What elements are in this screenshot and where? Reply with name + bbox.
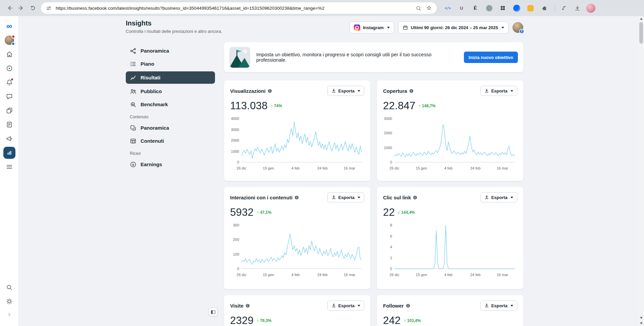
page-header-left: Insights Controlla i risultati delle pre… — [126, 19, 222, 34]
insights-icon-active[interactable] — [3, 146, 16, 159]
promote-icon[interactable] — [3, 132, 16, 145]
instagram-icon — [354, 24, 360, 31]
calendar-icon — [402, 25, 408, 30]
lens-icon[interactable] — [415, 4, 422, 12]
nav-label: Panoramica — [141, 48, 169, 54]
content-icon[interactable] — [3, 104, 16, 117]
scroll-up-arrow[interactable] — [638, 16, 644, 21]
plan-list-icon — [130, 61, 137, 67]
export-button[interactable]: Esporta — [480, 86, 517, 96]
goal-banner: Imposta un obiettivo, monitora i progres… — [224, 42, 523, 72]
blue-round-extension-icon[interactable] — [512, 4, 521, 12]
code-extension-icon[interactable]: </> — [443, 4, 452, 12]
card-interazioni: Interazioni con i contenuti Esporta — [224, 187, 370, 289]
info-icon[interactable] — [268, 89, 272, 93]
svg-text:4 feb: 4 feb — [444, 273, 452, 277]
info-icon[interactable] — [294, 195, 299, 200]
account-selector[interactable]: Instagram — [350, 21, 394, 34]
nav-item-pubblico[interactable]: Pubblico — [126, 86, 215, 97]
card-header: Visualizzazioni Esporta — [230, 86, 364, 96]
downloads-icon[interactable] — [573, 4, 582, 12]
site-settings-icon[interactable] — [45, 4, 52, 12]
nav-item-piano[interactable]: Piano — [126, 58, 215, 69]
meta-business-suite: ∞ — [0, 16, 644, 326]
nav-item-benchmark[interactable]: Benchmark — [126, 99, 215, 110]
browser-profile-avatar[interactable] — [586, 4, 595, 13]
u-extension-icon[interactable]: U — [457, 4, 466, 12]
e-extension-icon[interactable]: È — [471, 4, 480, 12]
scroll-down-arrow-inner[interactable] — [638, 315, 644, 321]
business-profile-avatar[interactable] — [3, 34, 16, 47]
card-title: Follower — [383, 303, 410, 309]
extensions-puzzle-icon[interactable] — [540, 4, 548, 12]
billing-icon[interactable] — [3, 118, 16, 131]
info-icon[interactable] — [406, 304, 410, 308]
card-header: Visite Esporta — [230, 301, 364, 311]
address-bar[interactable]: https://business.facebook.com/latest/ins… — [41, 2, 437, 14]
nav-label: Risultati — [141, 75, 160, 80]
scroll-down-arrow[interactable] — [638, 321, 644, 326]
export-button[interactable]: Esporta — [327, 192, 364, 202]
url-text[interactable]: https://business.facebook.com/latest/ins… — [56, 6, 411, 11]
nav-item-earnings[interactable]: $ Earnings — [126, 159, 215, 170]
svg-text:3000: 3000 — [384, 117, 392, 121]
nav-item-contenuto-panoramica[interactable]: Panoramica — [126, 122, 215, 133]
meta-logo[interactable]: ∞ — [3, 19, 16, 33]
forward-button[interactable] — [15, 2, 27, 14]
export-button[interactable]: Esporta — [327, 86, 364, 96]
metric-value: 113.038 — [230, 100, 268, 112]
export-label: Esporta — [491, 88, 507, 93]
profile-avatar[interactable]: f — [513, 22, 523, 33]
info-icon[interactable] — [246, 304, 250, 308]
info-icon[interactable] — [409, 89, 414, 93]
yellow-extension-icon[interactable] — [526, 4, 535, 12]
instagram-mini-badge — [11, 35, 15, 39]
settings-gear-icon[interactable] — [3, 295, 16, 308]
circle-glyph — [486, 5, 492, 11]
account-selector-label: Instagram — [363, 25, 384, 30]
left-rail: ∞ — [0, 16, 19, 326]
svg-text:15 gen: 15 gen — [416, 273, 427, 277]
goal-flag-illustration — [229, 47, 250, 68]
round-extension-icon[interactable] — [485, 4, 493, 12]
svg-text:6: 6 — [390, 234, 392, 238]
benchmark-icon — [130, 101, 137, 108]
grid-extension-icon[interactable] — [498, 4, 507, 12]
export-label: Esporta — [338, 195, 355, 200]
nav-item-risultati[interactable]: Risultati — [126, 71, 215, 84]
page-scrollbar[interactable] — [638, 16, 644, 326]
more-menu-icon[interactable] — [3, 160, 16, 174]
back-button[interactable] — [4, 2, 15, 14]
card-title: Clic sul link — [383, 195, 417, 200]
nav-item-contenuti[interactable]: Contenuti — [126, 135, 215, 146]
nav-label: Earnings — [141, 161, 162, 167]
inbox-icon[interactable] — [3, 90, 16, 103]
help-icon[interactable]: ? — [3, 309, 16, 322]
start-goal-button[interactable]: Inizia nuovo obiettivo — [464, 52, 518, 63]
bookmark-star-icon[interactable] — [425, 4, 433, 12]
export-label: Esporta — [338, 303, 355, 308]
card-title: Visite — [230, 303, 250, 309]
export-button[interactable]: Esporta — [480, 192, 517, 202]
export-button[interactable]: Esporta — [327, 301, 364, 311]
svg-text:26 dic: 26 dic — [389, 166, 399, 170]
scrollbar-thumb[interactable] — [639, 22, 643, 44]
metric-delta: ↑79,3% — [257, 318, 271, 323]
metric-value: 22.847 — [383, 100, 416, 112]
info-icon[interactable] — [413, 195, 417, 200]
search-icon[interactable] — [3, 280, 16, 294]
nav-item-panoramica[interactable]: Panoramica — [126, 45, 215, 56]
card-header: Interazioni con i contenuti Esporta — [230, 192, 364, 202]
chevron-down-icon — [387, 27, 390, 28]
metric-value-row: 22.847 ↑148,7% — [383, 100, 517, 112]
media-controls-icon[interactable] — [559, 4, 568, 12]
table-icon — [130, 138, 137, 144]
notifications-icon[interactable] — [3, 76, 16, 89]
ads-manager-icon[interactable] — [3, 62, 16, 75]
export-button[interactable]: Esporta — [480, 301, 517, 311]
reload-button[interactable] — [27, 2, 38, 14]
collapse-panel-button[interactable] — [209, 308, 217, 316]
home-icon[interactable] — [3, 48, 16, 61]
date-range-selector[interactable]: Ultimi 90 giorni: 26 dic 2024 – 25 mar 2… — [398, 21, 508, 34]
nav-section-ricavi: Ricavi — [130, 151, 215, 156]
